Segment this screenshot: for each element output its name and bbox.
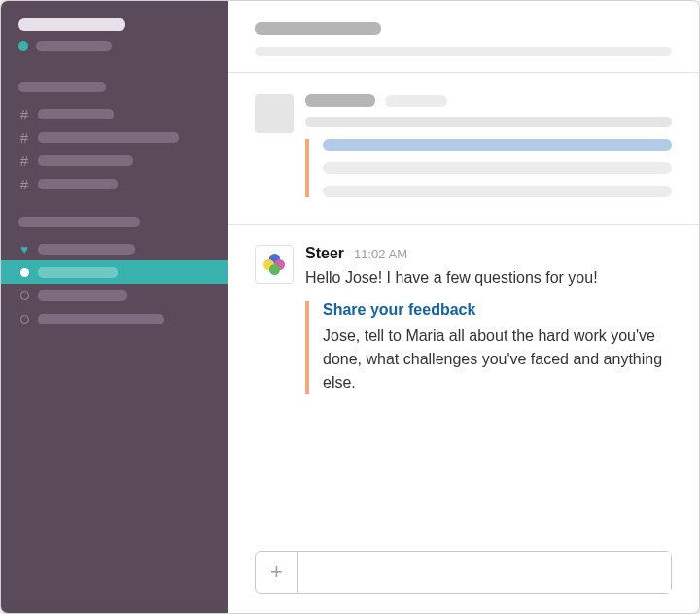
- channel-header: [228, 1, 699, 73]
- attachment-line-placeholder: [323, 162, 672, 174]
- presence-online-icon: [20, 268, 29, 277]
- hash-icon: #: [18, 153, 30, 169]
- attachment-title-link[interactable]: Share your feedback: [323, 301, 672, 319]
- workspace-header[interactable]: [1, 18, 228, 68]
- channel-label: [38, 179, 118, 189]
- channel-item[interactable]: #: [1, 149, 228, 172]
- heart-icon: ♥: [18, 242, 30, 256]
- hash-icon: #: [18, 129, 30, 146]
- message-divider: [228, 224, 699, 225]
- plus-icon: +: [270, 560, 283, 585]
- attachment-body: Jose, tell to Maria all about the hard w…: [323, 324, 672, 394]
- message-sender[interactable]: Steer: [305, 245, 344, 262]
- message-header: Steer 11:02 AM: [305, 245, 672, 262]
- dms-section: ♥: [1, 203, 228, 338]
- current-user-placeholder: [36, 41, 112, 51]
- message-body: Steer 11:02 AM Hello Jose! I have a few …: [305, 245, 672, 394]
- dm-label: [38, 267, 118, 278]
- message-placeholder: [228, 94, 699, 209]
- message-input[interactable]: [298, 552, 671, 593]
- message-time: 11:02 AM: [354, 247, 407, 261]
- compose-attach-button[interactable]: +: [256, 552, 298, 593]
- dms-section-label: [18, 217, 140, 227]
- presence-away-icon: [20, 291, 29, 300]
- dm-item[interactable]: [1, 284, 228, 307]
- channel-item[interactable]: #: [1, 172, 228, 195]
- attachment-placeholder: [305, 139, 672, 197]
- channel-title-placeholder: [255, 22, 381, 35]
- hash-icon: #: [18, 106, 30, 122]
- main-panel: Steer 11:02 AM Hello Jose! I have a few …: [228, 1, 699, 613]
- dm-item-active[interactable]: [1, 260, 228, 284]
- message-body: [305, 94, 672, 209]
- message-header: [305, 94, 672, 107]
- dm-item[interactable]: ♥: [1, 237, 228, 260]
- steer-avatar[interactable]: [255, 245, 294, 284]
- attachment-block: Share your feedback Jose, tell to Maria …: [305, 301, 672, 394]
- channel-label: [38, 132, 179, 143]
- text-line-placeholder: [305, 117, 672, 127]
- sender-placeholder: [305, 94, 375, 107]
- presence-away-icon: [20, 315, 29, 324]
- channel-item[interactable]: #: [1, 125, 228, 149]
- attachment-line-placeholder: [323, 186, 672, 197]
- dm-label: [38, 244, 135, 255]
- time-placeholder: [385, 95, 447, 107]
- slack-app-window: # # # # ♥: [0, 0, 700, 614]
- channel-topic-placeholder: [255, 47, 672, 56]
- channels-section: # # # #: [1, 68, 228, 203]
- message-text: Hello Jose! I have a few questions for y…: [305, 266, 672, 290]
- channels-section-label: [18, 82, 106, 92]
- avatar-placeholder: [255, 94, 294, 133]
- dm-item[interactable]: [1, 307, 228, 330]
- hash-icon: #: [18, 176, 30, 192]
- dm-label: [38, 314, 164, 324]
- compose-area: +: [228, 537, 699, 613]
- channel-item[interactable]: #: [1, 102, 228, 125]
- attachment-title-placeholder: [323, 139, 672, 151]
- workspace-status: [18, 41, 210, 51]
- sidebar: # # # # ♥: [1, 1, 228, 613]
- steer-message: Steer 11:02 AM Hello Jose! I have a few …: [228, 245, 699, 394]
- presence-indicator-icon: [18, 41, 28, 51]
- message-list: Steer 11:02 AM Hello Jose! I have a few …: [228, 73, 699, 537]
- channel-label: [38, 155, 133, 166]
- dm-label: [38, 290, 127, 301]
- steer-logo-icon: [263, 254, 285, 275]
- workspace-name-placeholder: [18, 18, 125, 31]
- channel-label: [38, 109, 114, 119]
- compose-box: +: [255, 551, 672, 594]
